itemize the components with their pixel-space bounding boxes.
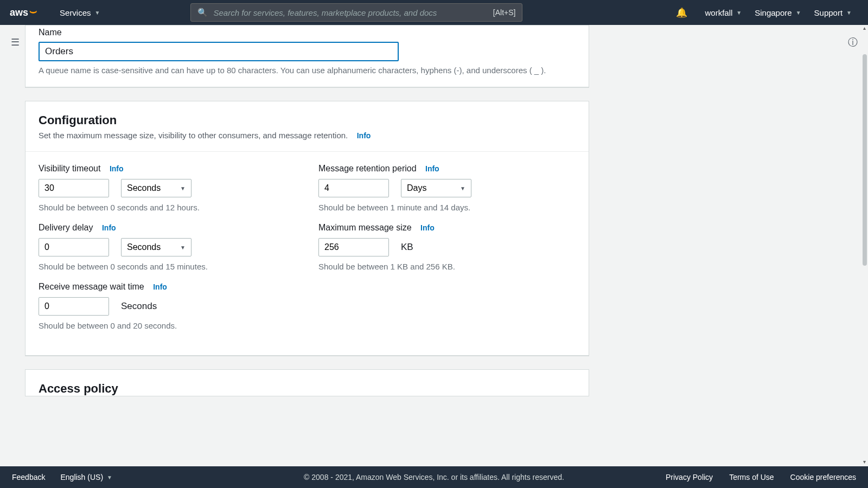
info-circle-icon: ⓘ bbox=[848, 36, 858, 49]
main-column: Name A queue name is case-sensitive and … bbox=[25, 25, 589, 466]
maxsize-unit: KB bbox=[401, 242, 413, 253]
wait-value-input[interactable] bbox=[39, 297, 109, 316]
maxsize-label: Maximum message size bbox=[318, 223, 412, 232]
visibility-label: Visibility timeout bbox=[39, 164, 100, 173]
aws-logo[interactable]: aws⌣ bbox=[10, 7, 37, 18]
search-placeholder: Search for services, features, marketpla… bbox=[213, 8, 493, 17]
scroll-down-icon[interactable]: ▾ bbox=[860, 459, 868, 466]
visibility-hint: Should be between 0 seconds and 12 hours… bbox=[39, 203, 286, 212]
retention-info-link[interactable]: Info bbox=[425, 164, 439, 173]
region-menu[interactable]: Singapore▼ bbox=[748, 0, 807, 25]
delay-hint: Should be between 0 seconds and 15 minut… bbox=[39, 262, 286, 271]
privacy-link[interactable]: Privacy Policy bbox=[666, 473, 713, 481]
delay-unit-label: Seconds bbox=[127, 242, 161, 252]
maxsize-hint: Should be between 1 KB and 256 KB. bbox=[318, 262, 566, 271]
visibility-unit-select[interactable]: Seconds▼ bbox=[121, 179, 192, 197]
visibility-info-link[interactable]: Info bbox=[110, 164, 124, 173]
search-shortcut: [Alt+S] bbox=[493, 8, 516, 17]
caret-down-icon: ▼ bbox=[796, 10, 801, 16]
maxsize-value-input[interactable] bbox=[318, 238, 389, 256]
aws-swoosh-icon: ⌣ bbox=[29, 4, 37, 18]
search-wrap: 🔍 Search for services, features, marketp… bbox=[190, 3, 522, 22]
language-label: English (US) bbox=[60, 473, 103, 481]
language-selector[interactable]: English (US)▼ bbox=[60, 473, 112, 481]
configuration-info-link[interactable]: Info bbox=[357, 131, 371, 140]
delay-value-input[interactable] bbox=[39, 238, 109, 256]
caret-down-icon: ▼ bbox=[460, 185, 465, 191]
wait-unit: Seconds bbox=[121, 301, 157, 312]
scrollbar[interactable]: ▴ ▾ bbox=[859, 25, 868, 466]
account-menu[interactable]: workfall▼ bbox=[698, 0, 748, 25]
delay-unit-select[interactable]: Seconds▼ bbox=[121, 238, 192, 256]
access-policy-title: Access policy bbox=[39, 382, 576, 396]
visibility-unit-label: Seconds bbox=[127, 183, 161, 193]
retention-value-input[interactable] bbox=[318, 179, 389, 197]
search-icon: 🔍 bbox=[197, 8, 208, 17]
visibility-value-input[interactable] bbox=[39, 179, 109, 197]
retention-hint: Should be between 1 minute and 14 days. bbox=[318, 203, 566, 212]
bell-icon: 🔔 bbox=[676, 7, 687, 18]
visibility-timeout-field: Visibility timeout Info Seconds▼ Should … bbox=[39, 164, 286, 212]
scroll-thumb[interactable] bbox=[863, 54, 867, 266]
retention-label: Message retention period bbox=[318, 164, 417, 173]
cookies-link[interactable]: Cookie preferences bbox=[790, 473, 856, 481]
terms-link[interactable]: Terms of Use bbox=[729, 473, 774, 481]
caret-down-icon: ▼ bbox=[846, 10, 852, 16]
caret-down-icon: ▼ bbox=[180, 245, 186, 251]
name-panel: Name A queue name is case-sensitive and … bbox=[25, 25, 589, 88]
delay-info-link[interactable]: Info bbox=[102, 223, 116, 232]
wait-label: Receive message wait time bbox=[39, 282, 144, 291]
caret-down-icon: ▼ bbox=[95, 10, 100, 16]
footer-bar: Feedback English (US)▼ © 2008 - 2021, Am… bbox=[0, 466, 868, 488]
configuration-desc: Set the maximum message size, visibility… bbox=[39, 131, 348, 140]
copyright-text: © 2008 - 2021, Amazon Web Services, Inc.… bbox=[304, 473, 564, 481]
caret-down-icon: ▼ bbox=[107, 474, 112, 480]
configuration-title: Configuration bbox=[39, 113, 576, 127]
account-label: workfall bbox=[705, 8, 732, 17]
left-panel-toggle[interactable]: ☰ bbox=[5, 33, 25, 52]
retention-unit-select[interactable]: Days▼ bbox=[401, 179, 471, 197]
retention-field: Message retention period Info Days▼ Shou… bbox=[318, 164, 566, 212]
support-label: Support bbox=[814, 8, 843, 17]
wait-info-link[interactable]: Info bbox=[153, 282, 167, 291]
content-area: Name A queue name is case-sensitive and … bbox=[25, 25, 843, 466]
feedback-link[interactable]: Feedback bbox=[12, 473, 45, 481]
region-label: Singapore bbox=[755, 8, 792, 17]
support-menu[interactable]: Support▼ bbox=[808, 0, 858, 25]
name-hint: A queue name is case-sensitive and can h… bbox=[39, 66, 576, 75]
delay-field: Delivery delay Info Seconds▼ Should be b… bbox=[39, 223, 286, 271]
top-nav: aws⌣ Services▼ 🔍 Search for services, fe… bbox=[0, 0, 868, 25]
wait-hint: Should be between 0 and 20 seconds. bbox=[39, 321, 286, 330]
configuration-panel: Configuration Set the maximum message si… bbox=[25, 101, 589, 356]
hamburger-icon: ☰ bbox=[11, 36, 20, 48]
wait-field: Receive message wait time Info Seconds S… bbox=[39, 282, 286, 330]
caret-down-icon: ▼ bbox=[736, 10, 742, 16]
maxsize-field: Maximum message size Info KB Should be b… bbox=[318, 223, 566, 271]
delay-label: Delivery delay bbox=[39, 223, 93, 232]
caret-down-icon: ▼ bbox=[180, 185, 186, 191]
aws-logo-text: aws bbox=[10, 7, 28, 18]
notifications-button[interactable]: 🔔 bbox=[669, 0, 694, 25]
queue-name-input[interactable] bbox=[39, 42, 399, 61]
retention-unit-label: Days bbox=[407, 183, 426, 193]
maxsize-info-link[interactable]: Info bbox=[420, 223, 435, 232]
name-label: Name bbox=[39, 28, 576, 37]
services-menu[interactable]: Services▼ bbox=[53, 0, 106, 25]
services-label: Services bbox=[60, 8, 91, 17]
global-search[interactable]: 🔍 Search for services, features, marketp… bbox=[190, 3, 522, 22]
access-policy-panel: Access policy bbox=[25, 369, 589, 396]
scroll-up-icon[interactable]: ▴ bbox=[860, 25, 868, 33]
